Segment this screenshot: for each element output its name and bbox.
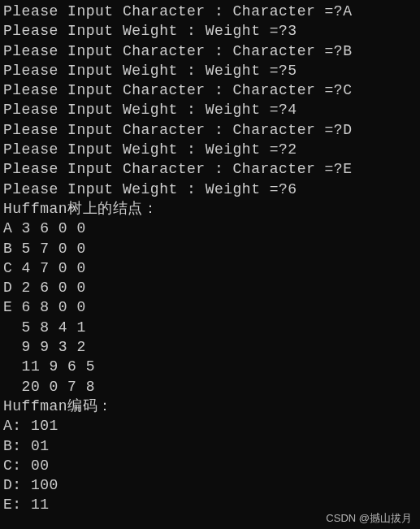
prompt-line: Please Input Weight : Weight =?2 xyxy=(3,140,417,159)
prompt-text: Please Input Weight : Weight =? xyxy=(3,63,288,79)
tree-node: 5 8 4 1 xyxy=(3,318,417,337)
user-input: E xyxy=(343,161,352,177)
prompt-text: Please Input Character : Character =? xyxy=(3,122,343,138)
prompt-text: Please Input Character : Character =? xyxy=(3,82,343,98)
tree-node: C 4 7 0 0 xyxy=(3,258,417,278)
code-line: C: 00 xyxy=(3,456,417,475)
user-input: 2 xyxy=(288,141,297,158)
prompt-line: Please Input Character : Character =?B xyxy=(3,41,417,61)
prompt-line: Please Input Weight : Weight =?3 xyxy=(3,21,417,41)
code-line: B: 01 xyxy=(3,436,417,456)
tree-node: B 5 7 0 0 xyxy=(3,239,417,258)
user-input: B xyxy=(343,43,352,59)
prompt-text: Please Input Character : Character =? xyxy=(3,43,343,59)
tree-node: 9 9 3 2 xyxy=(3,337,417,357)
prompt-text: Please Input Weight : Weight =? xyxy=(3,102,288,118)
tree-node: A 3 6 0 0 xyxy=(3,219,417,238)
tree-node: 11 9 6 5 xyxy=(3,357,417,376)
prompt-text: Please Input Character : Character =? xyxy=(3,3,343,20)
watermark: CSDN @撼山拔月 xyxy=(326,511,412,526)
prompt-line: Please Input Weight : Weight =?5 xyxy=(3,61,417,80)
user-input: C xyxy=(343,82,352,98)
prompt-text: Please Input Weight : Weight =? xyxy=(3,141,288,158)
user-input: A xyxy=(343,3,352,20)
terminal-output: Please Input Character : Character =?A P… xyxy=(3,2,417,515)
prompt-line: Please Input Character : Character =?E xyxy=(3,159,417,179)
prompt-line: Please Input Character : Character =?A xyxy=(3,2,417,21)
user-input: 4 xyxy=(288,102,297,118)
user-input: 6 xyxy=(288,181,297,197)
prompt-text: Please Input Weight : Weight =? xyxy=(3,23,288,39)
tree-node: D 2 6 0 0 xyxy=(3,278,417,297)
user-input: D xyxy=(343,122,352,138)
tree-header: Huffman树上的结点： xyxy=(3,199,417,219)
code-header: Huffman编码： xyxy=(3,397,417,416)
prompt-text: Please Input Weight : Weight =? xyxy=(3,181,288,197)
code-line: A: 101 xyxy=(3,416,417,436)
prompt-text: Please Input Character : Character =? xyxy=(3,161,343,177)
user-input: 3 xyxy=(288,23,297,39)
prompt-line: Please Input Weight : Weight =?6 xyxy=(3,180,417,199)
user-input: 5 xyxy=(288,63,297,79)
tree-node: 20 0 7 8 xyxy=(3,377,417,397)
prompt-line: Please Input Character : Character =?C xyxy=(3,80,417,100)
prompt-line: Please Input Weight : Weight =?4 xyxy=(3,100,417,119)
prompt-line: Please Input Character : Character =?D xyxy=(3,120,417,140)
tree-node: E 6 8 0 0 xyxy=(3,297,417,317)
code-line: D: 100 xyxy=(3,475,417,495)
